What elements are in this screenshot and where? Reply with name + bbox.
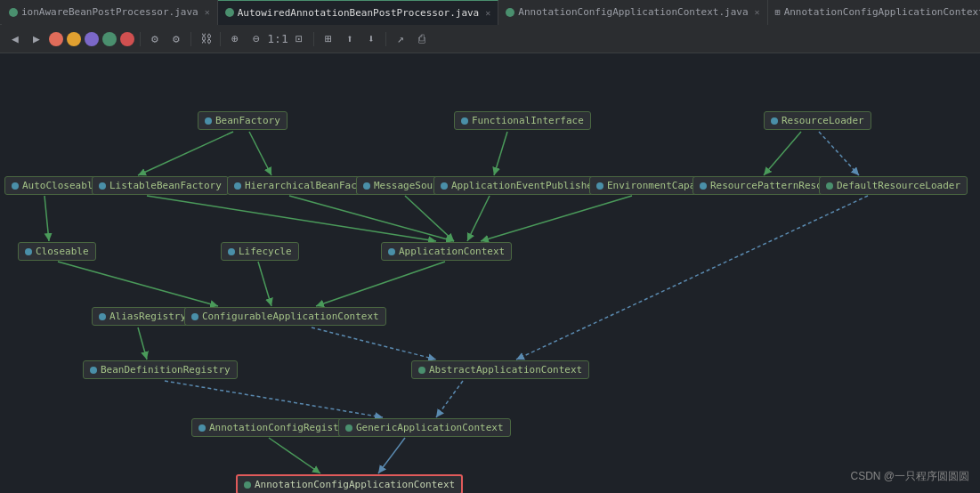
node-dot-BeanFactory [205, 117, 212, 125]
node-dot-ResourcePatternResolver [700, 182, 707, 190]
node-label-AnnotationConfigApplicationContext: AnnotationConfigApplicationContext [255, 479, 455, 490]
tab-4-label: AnnotationConfigApplicationContext [784, 6, 980, 18]
tab-2-icon [225, 8, 234, 17]
node-dot-GenericApplicationContext [345, 424, 352, 432]
node-label-ConfigurableApplicationContext: ConfigurableApplicationContext [202, 311, 379, 322]
node-dot-AutoCloseable [12, 182, 19, 190]
node-dot-AliasRegistry [99, 313, 106, 320]
tab-1[interactable]: ionAwareBeanPostProcessor.java ✕ [2, 0, 218, 25]
zoom-in-button[interactable]: ⊕ [225, 29, 245, 49]
node-dot-Closeable [25, 248, 32, 255]
watermark: CSDN @一只程序圆圆圆 [850, 469, 969, 484]
sep1 [140, 32, 141, 46]
node-dot-AbstractApplicationContext [418, 367, 425, 374]
sep4 [313, 32, 314, 46]
node-ResourceLoader[interactable]: ResourceLoader [764, 111, 871, 130]
diagram-canvas[interactable]: BeanFactory FunctionalInterface Resource… [0, 53, 980, 493]
node-label-ApplicationContext: ApplicationContext [399, 246, 505, 257]
node-Lifecycle[interactable]: Lifecycle [221, 242, 299, 261]
node-BeanFactory[interactable]: BeanFactory [198, 111, 288, 130]
layout-button[interactable]: ⊞ [319, 29, 338, 49]
node-label-DefaultResourceLoader: DefaultResourceLoader [837, 180, 960, 191]
svg-line-20 [378, 438, 405, 473]
node-label-AnnotationConfigRegistry: AnnotationConfigRegistry [209, 422, 351, 433]
svg-line-1 [249, 132, 271, 175]
svg-line-10 [481, 196, 632, 241]
node-ApplicationEventPublisher[interactable]: ApplicationEventPublisher [433, 176, 606, 195]
node-ApplicationContext[interactable]: ApplicationContext [381, 242, 512, 261]
sep3 [220, 32, 221, 46]
node-label-FunctionalInterface: FunctionalInterface [472, 115, 584, 126]
svg-line-0 [138, 132, 233, 175]
tab-2-label: AutowiredAnnotationBeanPostProcessor.jav… [238, 7, 480, 19]
tab-4-icon2: ⊞ [775, 7, 781, 17]
export-button[interactable]: ↗ [391, 29, 410, 49]
tab-1-icon [9, 8, 18, 17]
svg-line-7 [289, 196, 454, 241]
node-label-AliasRegistry: AliasRegistry [109, 311, 186, 322]
node-label-GenericApplicationContext: GenericApplicationContext [356, 422, 504, 433]
print-button[interactable]: ⎙ [412, 29, 432, 49]
up-button[interactable]: ⬆ [340, 29, 360, 49]
circle-purple [85, 32, 99, 46]
node-label-AbstractApplicationContext: AbstractApplicationContext [429, 364, 582, 376]
node-dot-AnnotationConfigRegistry [198, 424, 206, 432]
link-button[interactable]: ⛓ [196, 29, 215, 49]
node-GenericApplicationContext[interactable]: GenericApplicationContext [338, 418, 511, 437]
tab-2-close[interactable]: ✕ [485, 8, 490, 18]
tab-1-label: ionAwareBeanPostProcessor.java [21, 6, 198, 18]
node-dot-Lifecycle [228, 248, 235, 255]
node-dot-HierarchicalBeanFactory [234, 182, 241, 190]
circle-orange [67, 32, 81, 46]
node-dot-AnnotationConfigApplicationContext [244, 481, 251, 489]
node-DefaultResourceLoader[interactable]: DefaultResourceLoader [819, 176, 968, 195]
svg-line-17 [165, 381, 383, 417]
svg-line-4 [819, 132, 859, 175]
svg-line-9 [467, 196, 490, 241]
node-FunctionalInterface[interactable]: FunctionalInterface [454, 111, 591, 130]
node-label-BeanFactory: BeanFactory [215, 115, 280, 126]
svg-line-19 [269, 438, 320, 473]
svg-line-12 [316, 262, 445, 306]
fit-button[interactable]: ⊡ [289, 29, 309, 49]
toolbar: ◀ ▶ ⚙ ⚙ ⛓ ⊕ ⊖ 1:1 ⊡ ⊞ ⬆ ⬇ ↗ ⎙ [0, 25, 980, 53]
node-ConfigurableApplicationContext[interactable]: ConfigurableApplicationContext [184, 307, 386, 326]
svg-line-3 [764, 132, 801, 175]
node-AbstractApplicationContext[interactable]: AbstractApplicationContext [411, 360, 589, 379]
down-button[interactable]: ⬇ [361, 29, 381, 49]
svg-line-8 [405, 196, 454, 241]
svg-line-2 [494, 132, 507, 175]
node-AliasRegistry[interactable]: AliasRegistry [92, 307, 193, 326]
node-dot-ConfigurableApplicationContext [191, 313, 198, 320]
filter-button[interactable]: ⚙ [145, 29, 165, 49]
svg-line-11 [258, 262, 271, 306]
tab-4[interactable]: ⊞ AnnotationConfigApplicationContext ✕ [768, 0, 980, 25]
tab-3[interactable]: AnnotationConfigApplicationContext.java … [498, 0, 767, 25]
circle-red2 [120, 32, 134, 46]
back-button[interactable]: ◀ [5, 29, 25, 49]
svg-line-16 [516, 196, 868, 360]
node-AnnotationConfigRegistry[interactable]: AnnotationConfigRegistry [191, 418, 358, 437]
tab-1-close[interactable]: ✕ [205, 7, 210, 17]
settings-button[interactable]: ⚙ [166, 29, 186, 49]
reset-zoom-button[interactable]: 1:1 [268, 29, 288, 49]
sep5 [385, 32, 386, 46]
node-label-Lifecycle: Lifecycle [239, 246, 292, 257]
node-AnnotationConfigApplicationContext[interactable]: AnnotationConfigApplicationContext [236, 474, 463, 493]
svg-line-13 [58, 262, 218, 306]
tab-3-close[interactable]: ✕ [755, 7, 760, 17]
node-Closeable[interactable]: Closeable [18, 242, 96, 261]
svg-line-5 [45, 196, 49, 241]
svg-line-6 [147, 196, 436, 241]
node-ListableBeanFactory[interactable]: ListableBeanFactory [92, 176, 229, 195]
node-dot-ApplicationContext [388, 248, 395, 255]
circle-red [49, 32, 63, 46]
zoom-out-button[interactable]: ⊖ [247, 29, 266, 49]
node-label-ApplicationEventPublisher: ApplicationEventPublisher [451, 180, 599, 191]
node-AutoCloseable[interactable]: AutoCloseable [4, 176, 106, 195]
forward-button[interactable]: ▶ [27, 29, 46, 49]
tab-2[interactable]: AutowiredAnnotationBeanPostProcessor.jav… [218, 0, 499, 25]
svg-line-15 [312, 327, 436, 360]
node-BeanDefinitionRegistry[interactable]: BeanDefinitionRegistry [83, 360, 238, 379]
node-dot-MessageSource [363, 182, 370, 190]
